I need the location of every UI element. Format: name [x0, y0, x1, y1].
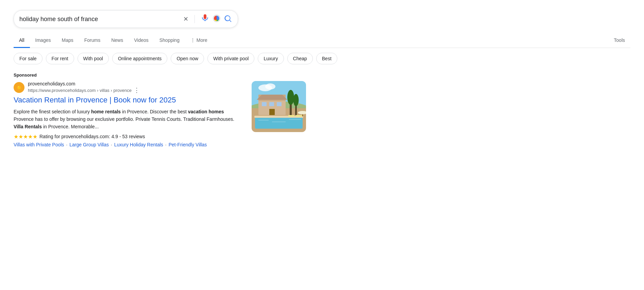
ad-content: ☀️ provenceholidays.com https://www.prov… [14, 81, 245, 147]
stars: ★★★★★ [14, 133, 37, 140]
svg-rect-10 [269, 102, 274, 106]
svg-marker-8 [257, 95, 287, 100]
ad-link-large-group-villas[interactable]: Large Group Villas [69, 142, 109, 147]
clear-icon: ✕ [183, 16, 188, 22]
rating-row: ★★★★★ Rating for provenceholidays.com: 4… [14, 133, 245, 140]
chip-with-pool[interactable]: With pool [78, 53, 109, 64]
ad-image [252, 81, 306, 132]
tab-tools[interactable]: Tools [608, 33, 630, 48]
google-lens-icon[interactable] [213, 14, 221, 24]
sponsored-section: Sponsored ☀️ provenceholidays.com https:… [14, 72, 630, 147]
tab-all[interactable]: All [14, 33, 30, 48]
ad-link-pet-friendly-villas[interactable]: Pet-Friendly Villas [169, 142, 207, 147]
ad-menu-dots[interactable]: ⋮ [134, 86, 140, 94]
clear-button[interactable]: ✕ [183, 15, 188, 23]
ad-favicon: ☀️ [14, 82, 24, 93]
chip-cheap[interactable]: Cheap [287, 53, 313, 64]
tab-shopping[interactable]: Shopping [154, 33, 185, 48]
tab-maps[interactable]: Maps [56, 33, 79, 48]
ad-title[interactable]: Vacation Rental in Provence | Book now f… [14, 95, 245, 105]
svg-point-20 [287, 90, 294, 105]
ad-link-villas-private-pools[interactable]: Villas with Private Pools [14, 142, 64, 147]
chip-open-now[interactable]: Open now [171, 53, 204, 64]
ad-url-row: https://www.provenceholidays.com › villa… [28, 86, 140, 94]
svg-rect-13 [255, 117, 303, 129]
chip-luxury[interactable]: Luxury [258, 53, 284, 64]
link-separator-1: · [66, 142, 67, 147]
link-separator-3: · [165, 142, 167, 147]
chip-for-rent[interactable]: For rent [46, 53, 74, 64]
nav-tabs: All Images Maps Forums News Videos Shopp… [14, 33, 630, 48]
ad-domain-block: provenceholidays.com https://www.provenc… [28, 81, 140, 94]
chip-with-private-pool[interactable]: With private pool [207, 53, 254, 64]
ad-description: Explore the finest selection of luxury h… [14, 108, 245, 131]
chip-online-appointments[interactable]: Online appointments [112, 53, 167, 64]
svg-point-3 [265, 83, 275, 90]
divider [194, 15, 195, 23]
svg-rect-11 [277, 102, 282, 106]
svg-rect-26 [288, 115, 294, 117]
search-button[interactable] [224, 15, 232, 24]
ad-url: https://www.provenceholidays.com › villa… [28, 88, 132, 93]
ad-header: ☀️ provenceholidays.com https://www.prov… [14, 81, 245, 94]
ad-links: Villas with Private Pools · Large Group … [14, 142, 245, 147]
tab-more[interactable]: ⋮ More [185, 33, 213, 48]
ad-domain: provenceholidays.com [28, 81, 140, 86]
rating-text: Rating for provenceholidays.com: 4.9 - 5… [39, 134, 145, 139]
tab-images[interactable]: Images [30, 33, 56, 48]
search-bar: ✕ [14, 10, 238, 28]
ad-result: ☀️ provenceholidays.com https://www.prov… [14, 81, 306, 147]
chip-for-sale[interactable]: For sale [14, 53, 43, 64]
ad-link-luxury-holiday-rentals[interactable]: Luxury Holiday Rentals [114, 142, 163, 147]
tab-forums[interactable]: Forums [79, 33, 106, 48]
filter-chips: For sale For rent With pool Online appoi… [14, 53, 630, 64]
tab-videos[interactable]: Videos [129, 33, 154, 48]
search-input[interactable] [19, 16, 180, 23]
favicon-emoji: ☀️ [16, 84, 22, 91]
chip-best[interactable]: Best [316, 53, 337, 64]
svg-rect-9 [262, 102, 267, 106]
search-bar-container: ✕ [14, 10, 630, 28]
svg-rect-12 [269, 109, 275, 115]
link-separator-2: · [111, 142, 112, 147]
sponsored-label: Sponsored [14, 72, 630, 78]
mic-icon[interactable] [201, 14, 209, 24]
tab-news[interactable]: News [106, 33, 129, 48]
svg-point-22 [293, 94, 299, 106]
svg-rect-25 [296, 115, 302, 117]
